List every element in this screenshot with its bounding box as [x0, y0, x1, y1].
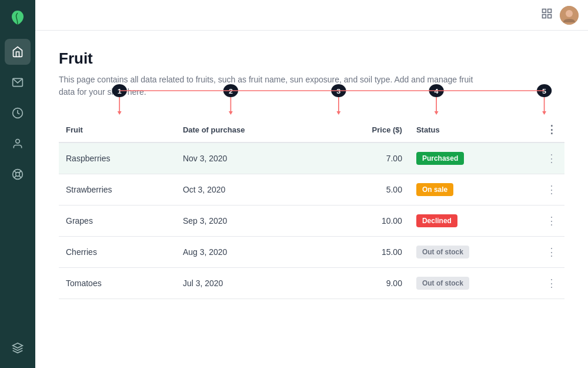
sidebar-item-user[interactable] — [5, 131, 31, 157]
cell-fruit: Raspberries — [59, 142, 176, 174]
cell-status: Declined — [409, 205, 539, 237]
col-header-date: Date of purchase — [176, 117, 323, 142]
svg-text:5: 5 — [542, 88, 546, 95]
svg-rect-12 — [543, 15, 546, 18]
cell-date: Jul 3, 2020 — [176, 268, 323, 299]
cell-fruit: Strawberries — [59, 174, 176, 205]
cell-date: Oct 3, 2020 — [176, 174, 323, 205]
status-badge: Out of stock — [416, 277, 469, 290]
table-wrapper: 1 2 3 4 5 — [59, 117, 564, 299]
more-actions-button[interactable]: ⋮ — [546, 214, 557, 228]
svg-point-2 — [16, 140, 20, 144]
table-row: GrapesSep 3, 202010.00Declined⋮ — [59, 205, 564, 237]
cell-status: On sale — [409, 174, 539, 205]
more-actions-button[interactable]: ⋮ — [546, 276, 557, 290]
col-header-price: Price ($) — [323, 117, 409, 142]
svg-rect-10 — [543, 9, 546, 13]
cell-price: 7.00 — [323, 142, 409, 174]
cell-date: Nov 3, 2020 — [176, 142, 323, 174]
col-header-status: Status — [409, 117, 539, 142]
page-title: Fruit — [59, 49, 564, 68]
more-actions-button[interactable]: ⋮ — [546, 151, 557, 165]
svg-marker-38 — [542, 111, 546, 115]
cell-status: Purchased — [409, 142, 539, 174]
sidebar-item-support[interactable] — [5, 161, 31, 187]
cell-actions: ⋮ — [539, 268, 564, 299]
user-avatar[interactable] — [560, 6, 579, 25]
cell-status: Out of stock — [409, 268, 539, 299]
sidebar-logo — [7, 7, 28, 28]
cell-actions: ⋮ — [539, 174, 564, 205]
svg-line-5 — [14, 171, 16, 173]
svg-line-6 — [19, 175, 21, 178]
table-row: StrawberriesOct 3, 20205.00On sale⋮ — [59, 174, 564, 205]
sidebar — [0, 0, 35, 368]
svg-marker-33 — [435, 111, 439, 115]
status-badge: On sale — [416, 183, 453, 196]
status-badge: Declined — [416, 214, 457, 227]
cell-actions: ⋮ — [539, 142, 564, 174]
svg-point-15 — [566, 10, 573, 17]
main-content: Fruit This page contains all data relate… — [35, 31, 588, 368]
cell-price: 9.00 — [323, 268, 409, 299]
table-row: RaspberriesNov 3, 20207.00Purchased⋮ — [59, 142, 564, 174]
svg-point-35 — [537, 84, 552, 97]
cell-price: 5.00 — [323, 174, 409, 205]
svg-marker-28 — [336, 111, 340, 115]
topbar — [35, 0, 588, 31]
cell-price: 10.00 — [323, 205, 409, 237]
sidebar-item-home[interactable] — [5, 39, 31, 65]
cell-fruit: Grapes — [59, 205, 176, 237]
sidebar-item-clock[interactable] — [5, 100, 31, 126]
page-description: This page contains all data related to f… — [59, 74, 482, 98]
sidebar-item-mail[interactable] — [5, 69, 31, 95]
svg-line-8 — [19, 171, 21, 173]
cell-fruit: Cherries — [59, 237, 176, 268]
cell-status: Out of stock — [409, 237, 539, 268]
svg-rect-11 — [548, 9, 552, 13]
svg-line-9 — [14, 175, 16, 178]
cell-price: 15.00 — [323, 237, 409, 268]
table-row: TomatoesJul 3, 20209.00Out of stock⋮ — [59, 268, 564, 299]
cell-date: Aug 3, 2020 — [176, 237, 323, 268]
fruit-table: Fruit Date of purchase Price ($) Status … — [59, 117, 564, 299]
cell-actions: ⋮ — [539, 237, 564, 268]
sidebar-item-zendesk[interactable] — [5, 335, 31, 361]
cell-fruit: Tomatoes — [59, 268, 176, 299]
svg-marker-19 — [118, 111, 122, 115]
more-actions-button[interactable]: ⋮ — [546, 245, 557, 259]
svg-point-4 — [16, 173, 20, 177]
svg-marker-23 — [229, 111, 233, 115]
cell-actions: ⋮ — [539, 205, 564, 237]
more-actions-button[interactable]: ⋮ — [546, 183, 557, 197]
col-header-fruit: Fruit — [59, 117, 176, 142]
col-header-actions: ⋮ — [539, 117, 564, 142]
status-badge: Out of stock — [416, 246, 469, 258]
status-badge: Purchased — [416, 152, 464, 165]
table-row: CherriesAug 3, 202015.00Out of stock⋮ — [59, 237, 564, 268]
grid-icon[interactable] — [541, 8, 553, 22]
svg-rect-13 — [548, 15, 552, 18]
cell-date: Sep 3, 2020 — [176, 205, 323, 237]
table-header-row: Fruit Date of purchase Price ($) Status … — [59, 117, 564, 142]
